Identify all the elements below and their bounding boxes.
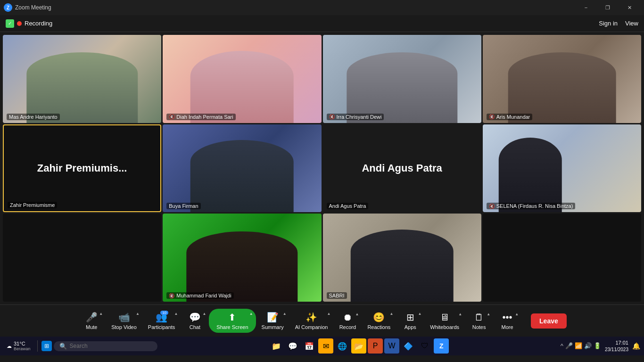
taskbar-word[interactable]: W	[384, 338, 399, 354]
apps-label: Apps	[405, 324, 416, 330]
view-button[interactable]: View	[625, 20, 638, 27]
zoom-logo: Z	[4, 3, 12, 12]
search-icon: 🔍	[59, 343, 67, 350]
stop-video-button[interactable]: ▲ 📹 Stop Video	[106, 309, 142, 333]
share-chevron-icon[interactable]: ▲	[249, 312, 253, 316]
security-shield-icon: ✓	[6, 19, 14, 28]
window-controls: − ❐ ✕	[575, 0, 640, 15]
video-tile-diah: 🔇 Diah Indah Permata Sari	[163, 35, 321, 123]
apps-button[interactable]: ▲ ⊞ Apps	[396, 309, 424, 333]
record-chevron-icon[interactable]: ▲	[355, 312, 359, 316]
windows-button[interactable]: ⊞	[41, 341, 52, 351]
video-tile-mas-andre: Mas Andre Hariyanto	[3, 35, 161, 123]
reactions-icon: 😊	[373, 312, 385, 323]
muted-icon: 🔇	[169, 114, 174, 119]
mute-chevron-icon[interactable]: ▲	[99, 312, 103, 316]
clock-date: 23/11/2023	[605, 346, 628, 353]
taskbar-edge[interactable]: 🔷	[401, 338, 416, 354]
andi-name-text: Andi Agus Patra	[362, 162, 442, 174]
mute-button[interactable]: ▲ 🎤 Mute	[77, 309, 106, 333]
video-tile-irra: 🔇 Irra Chrisyanti Dewi	[323, 35, 481, 123]
video-tile-empty-1	[3, 214, 161, 302]
chevron-up-icon[interactable]: ^	[561, 342, 563, 349]
clock-time: 17:01	[605, 339, 628, 346]
taskbar-powerpoint[interactable]: P	[368, 338, 383, 354]
window-title: Zoom Meeting	[15, 4, 575, 11]
chat-button[interactable]: ▲ 💬 Chat	[181, 309, 209, 333]
taskbar-apps: 📁 💬 📅 ✉ 🌐 📂 P W 🔷 🛡 Z	[269, 338, 449, 354]
taskbar-mail[interactable]: ✉	[318, 338, 333, 354]
muted-icon: 🔇	[489, 114, 495, 119]
notes-chevron-icon[interactable]: ▲	[487, 312, 490, 316]
recording-label: Recording	[25, 20, 52, 27]
maximize-button[interactable]: ❐	[597, 0, 619, 15]
taskbar-zoom[interactable]: Z	[434, 338, 449, 354]
participant-name-andre: Mas Andre Hariyanto	[7, 114, 60, 120]
volume-icon: 🔊	[584, 342, 592, 349]
taskbar-antivirus[interactable]: 🛡	[417, 338, 432, 354]
whiteboards-button[interactable]: ▲ 🖥 Whiteboards	[424, 309, 465, 333]
notes-icon: 🗒	[474, 312, 484, 323]
muted-icon: 🔇	[329, 114, 335, 119]
video-chevron-icon[interactable]: ▲	[136, 312, 140, 316]
participant-name-diah: 🔇 Diah Indah Permata Sari	[166, 114, 235, 120]
taskbar-teams[interactable]: 💬	[285, 338, 300, 354]
taskbar-search[interactable]: 🔍	[54, 341, 157, 351]
notification-bell-icon[interactable]: 🔔	[632, 342, 640, 350]
taskbar-files[interactable]: 📂	[351, 338, 366, 354]
weather-widget: ☁ 31°C Berawan	[4, 341, 33, 351]
participant-name-buya: Buya Firman	[166, 203, 200, 209]
summary-label: Summary	[262, 324, 284, 330]
leave-button[interactable]: Leave	[531, 313, 567, 329]
summary-chevron-icon[interactable]: ▲	[283, 312, 287, 316]
notes-label: Notes	[472, 324, 486, 330]
sign-in-link[interactable]: Sign in	[599, 20, 618, 27]
summary-button[interactable]: ▲ 📝 Summary	[256, 309, 289, 333]
participant-name-andi: Andi Agus Patra	[327, 203, 369, 209]
share-screen-icon: ⬆	[228, 312, 236, 323]
chat-chevron-icon[interactable]: ▲	[202, 312, 206, 316]
chat-icon: 💬	[189, 312, 201, 323]
toolbar: ▲ 🎤 Mute ▲ 📹 Stop Video ▲ 👥 10 Participa…	[0, 304, 644, 337]
whiteboards-label: Whiteboards	[430, 324, 459, 330]
camera-icon: 📹	[118, 312, 130, 323]
participant-name-selena: 🔇 SELENA (Firdaus R. Nisa Bintza)	[487, 203, 576, 209]
notes-button[interactable]: ▲ 🗒 Notes	[465, 309, 493, 333]
search-input[interactable]	[70, 343, 145, 349]
share-screen-button[interactable]: ▲ ⬆ Share Screen	[209, 309, 256, 333]
more-label: More	[502, 324, 513, 330]
participants-button[interactable]: ▲ 👥 10 Participants	[142, 309, 181, 333]
more-button[interactable]: ▲ ••• More	[493, 309, 521, 333]
reactions-chevron-icon[interactable]: ▲	[389, 312, 393, 316]
close-button[interactable]: ✕	[619, 0, 640, 15]
apps-chevron-icon[interactable]: ▲	[418, 312, 421, 316]
minimize-button[interactable]: −	[575, 0, 597, 15]
taskbar-file-explorer[interactable]: 📁	[269, 338, 284, 354]
companion-chevron-icon[interactable]: ▲	[327, 312, 330, 316]
participants-icon: 👥 10	[156, 312, 167, 323]
record-button[interactable]: ▲ ⏺ Record	[333, 309, 362, 333]
participants-chevron-icon[interactable]: ▲	[174, 312, 178, 316]
whiteboards-chevron-icon[interactable]: ▲	[458, 312, 462, 316]
reactions-label: Reactions	[367, 324, 390, 330]
video-tile-selena: 🔇 SELENA (Firdaus R. Nisa Bintza)	[483, 124, 641, 213]
title-bar: Z Zoom Meeting − ❐ ✕	[0, 0, 644, 15]
video-tile-buya: Buya Firman	[163, 124, 321, 213]
clock[interactable]: 17:01 23/11/2023	[605, 339, 628, 352]
temperature: 31°C	[14, 341, 31, 346]
record-label: Record	[339, 324, 356, 330]
menu-bar-actions: Sign in View	[599, 20, 638, 27]
microphone-icon: 🎤	[86, 312, 98, 323]
taskbar-chrome[interactable]: 🌐	[335, 338, 350, 354]
more-icon: •••	[503, 312, 512, 323]
windows-icon: ⊞	[44, 343, 49, 349]
participant-name-farid: 🔇 Muhammad Farid Wajdi	[166, 292, 233, 299]
recording-dot-icon	[17, 21, 22, 26]
menu-bar: ✓ Recording Sign in View	[0, 15, 644, 32]
muted-icon: 🔇	[489, 204, 495, 209]
summary-icon: 📝	[267, 312, 279, 323]
taskbar-calendar[interactable]: 📅	[302, 338, 317, 354]
more-chevron-icon[interactable]: ▲	[515, 312, 519, 316]
reactions-button[interactable]: ▲ 😊 Reactions	[362, 309, 396, 333]
ai-companion-button[interactable]: ▲ ✨ AI Companion	[289, 309, 334, 333]
